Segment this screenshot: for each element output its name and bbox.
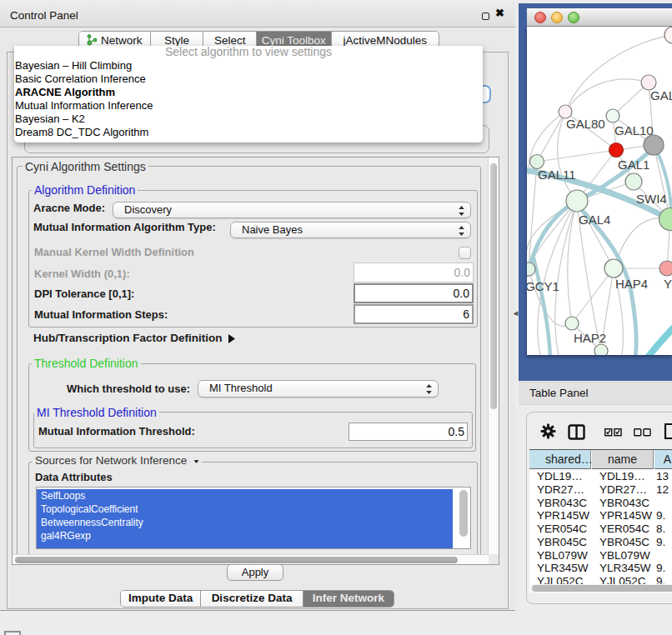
svg-text:GAL1: GAL1 [618, 158, 649, 172]
svg-text:GAL7: GAL7 [650, 88, 672, 102]
svg-text:HAP2: HAP2 [574, 331, 606, 345]
svg-text:SWI4: SWI4 [636, 192, 667, 206]
svg-text:GAL4: GAL4 [579, 212, 610, 227]
svg-text:HAP4: HAP4 [615, 277, 648, 291]
svg-text:GAL11: GAL11 [538, 168, 576, 182]
svg-text:GCY1: GCY1 [527, 279, 559, 293]
svg-text:GAL80: GAL80 [566, 117, 605, 131]
svg-text:YB: YB [664, 277, 672, 291]
svg-text:GAL10: GAL10 [614, 123, 654, 138]
